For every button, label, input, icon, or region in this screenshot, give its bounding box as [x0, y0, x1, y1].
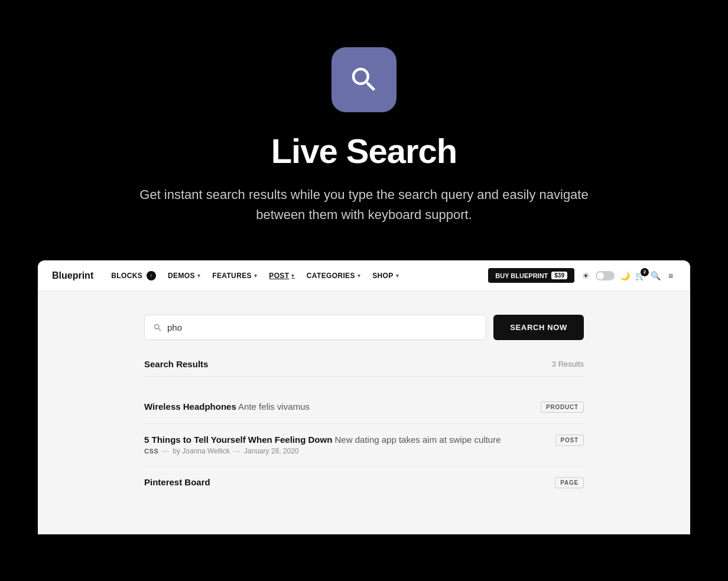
nav-item-features[interactable]: FEATURES ▾ — [206, 272, 263, 280]
chevron-icon: ▾ — [291, 273, 294, 279]
result-item[interactable]: 5 Things to Tell Yourself When Feeling D… — [144, 424, 584, 466]
chevron-icon: ▾ — [396, 273, 399, 279]
result-title: 5 Things to Tell Yourself When Feeling D… — [144, 435, 555, 445]
cart-badge: 2 — [641, 268, 649, 276]
nav-label-shop: SHOP — [372, 272, 393, 280]
browser-demo: Blueprint BLOCKS ↑ DEMOS ▾ FEATURES ▾ PO… — [38, 260, 690, 534]
nav-item-post[interactable]: POST ▾ — [263, 272, 301, 280]
search-input[interactable] — [167, 315, 477, 340]
blocks-badge: ↑ — [147, 271, 156, 280]
result-item[interactable]: Pinterest Board PAGE — [144, 466, 584, 499]
dash: — — [162, 447, 169, 455]
navbar: Blueprint BLOCKS ↑ DEMOS ▾ FEATURES ▾ PO… — [38, 260, 690, 291]
result-author: by Joanna Wellick — [173, 447, 230, 455]
result-item[interactable]: Wireless Headphones Ante felis vivamus P… — [144, 391, 584, 424]
nav-item-shop[interactable]: SHOP ▾ — [366, 272, 405, 280]
search-nav-icon[interactable]: 🔍 — [650, 270, 661, 281]
result-badge: PAGE — [555, 477, 584, 488]
nav-right: BUY BLUEPRINT $39 ☀ 🌙 🛒 2 🔍 ≡ — [488, 268, 676, 283]
buy-button[interactable]: BUY BLUEPRINT $39 — [488, 268, 574, 283]
chevron-icon: ▾ — [197, 273, 200, 279]
result-badge: POST — [555, 435, 584, 446]
nav-item-demos[interactable]: DEMOS ▾ — [162, 272, 206, 280]
result-tag: CSS — [144, 448, 158, 455]
nav-logo: Blueprint — [52, 270, 93, 281]
search-icon — [348, 64, 380, 96]
result-content: 5 Things to Tell Yourself When Feeling D… — [144, 435, 555, 455]
result-excerpt: New dating app takes aim at swipe cultur… — [335, 435, 501, 445]
search-input-icon — [153, 323, 162, 332]
main-content: SEARCH NOW Search Results 3 Results Wire… — [38, 291, 690, 534]
nav-icons: ☀ 🌙 🛒 2 🔍 ≡ — [580, 270, 676, 281]
dash: — — [233, 447, 240, 455]
search-now-button[interactable]: SEARCH NOW — [493, 315, 584, 340]
chevron-icon: ▾ — [358, 273, 360, 279]
price-badge: $39 — [551, 272, 567, 279]
moon-icon[interactable]: 🌙 — [619, 270, 630, 281]
search-input-wrap[interactable] — [144, 315, 486, 340]
result-meta: CSS — by Joanna Wellick — January 28, 20… — [144, 447, 555, 455]
hero-section: Live Search Get instant search results w… — [0, 0, 728, 260]
results-header: Search Results 3 Results — [144, 359, 584, 377]
result-title: Pinterest Board — [144, 477, 555, 487]
hero-icon — [332, 47, 396, 112]
toggle-thumb — [597, 272, 604, 279]
theme-toggle[interactable] — [596, 271, 615, 280]
result-content: Pinterest Board — [144, 477, 555, 487]
result-date: January 28, 2020 — [244, 447, 299, 455]
results-title: Search Results — [144, 359, 208, 369]
result-title-bold: Wireless Headphones — [144, 402, 236, 412]
result-excerpt: Ante felis vivamus — [238, 402, 310, 412]
search-bar-row: SEARCH NOW — [144, 315, 584, 340]
result-badge: PRODUCT — [541, 402, 584, 413]
sun-icon[interactable]: ☀ — [580, 270, 591, 281]
nav-label-categories: CATEGORIES — [307, 272, 355, 280]
result-title-bold: Pinterest Board — [144, 477, 210, 487]
nav-item-categories[interactable]: CATEGORIES ▾ — [301, 272, 366, 280]
hero-subtitle: Get instant search results while you typ… — [122, 185, 606, 225]
nav-item-blocks[interactable]: BLOCKS ↑ — [105, 271, 162, 280]
nav-label-post: POST — [269, 272, 289, 280]
nav-label-demos: DEMOS — [168, 272, 195, 280]
chevron-icon: ▾ — [254, 273, 257, 279]
nav-label-blocks: BLOCKS — [111, 272, 142, 280]
nav-label-features: FEATURES — [212, 272, 252, 280]
result-title: Wireless Headphones Ante felis vivamus — [144, 402, 541, 412]
result-content: Wireless Headphones Ante felis vivamus — [144, 402, 541, 412]
menu-icon[interactable]: ≡ — [665, 270, 676, 281]
hero-title: Live Search — [271, 131, 457, 171]
cart-icon-wrap[interactable]: 🛒 2 — [635, 270, 645, 281]
buy-button-label: BUY BLUEPRINT — [495, 272, 548, 279]
result-title-bold: 5 Things to Tell Yourself When Feeling D… — [144, 435, 332, 445]
results-count: 3 Results — [552, 360, 584, 368]
